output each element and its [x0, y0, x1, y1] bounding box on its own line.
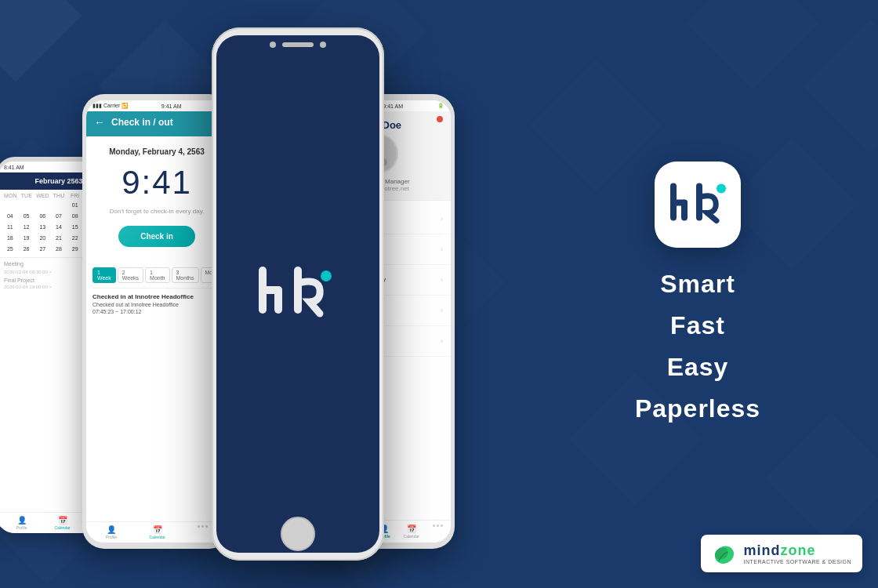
- svg-rect-10: [696, 183, 702, 221]
- checkin-filter-row: 1 Week 2 Weeks 1 Month 3 Months More: [86, 267, 227, 288]
- checkin-reminder: Don't forget to check-in every day.: [96, 208, 218, 215]
- nav-profile[interactable]: 👤 Profile: [106, 525, 117, 539]
- checkin-header-title: Check in / out: [111, 117, 173, 128]
- svg-rect-9: [681, 200, 688, 221]
- phone-notch: [270, 42, 326, 48]
- nav-calendar[interactable]: 📅 Calendar: [149, 525, 165, 539]
- taglines: Smart Fast Easy Paperless: [635, 267, 760, 426]
- app-icon: [655, 162, 741, 248]
- mindzone-name: mindzone: [743, 543, 851, 559]
- checkin-bottom-nav: 👤 Profile 📅 Calendar: [86, 521, 227, 543]
- filter-2weeks[interactable]: 2 Weeks: [118, 267, 143, 283]
- mindzone-subtitle: INTERACTIVE SOFTWARE & DESIGN: [743, 559, 851, 564]
- checkin-button[interactable]: Check in: [118, 226, 195, 247]
- right-side: Smart Fast Easy Paperless: [549, 162, 878, 426]
- history-item-checkin: Checked in at Innotree Headoffice Checke…: [93, 288, 221, 319]
- profile-status-time: 9:41 AM: [383, 103, 403, 109]
- phone-main-screen: [216, 35, 379, 553]
- phones-area: 8:41 AM ▮▯ ≋ 🔋 February 2563 MON TUE WED…: [0, 0, 549, 588]
- filter-1week[interactable]: 1 Week: [93, 267, 116, 283]
- hr-logo: [251, 259, 345, 329]
- phone-main: [212, 27, 384, 561]
- filter-1month[interactable]: 1 Month: [145, 267, 169, 283]
- checkin-back-button[interactable]: ←: [94, 116, 105, 129]
- calendar-status-time: 8:41 AM: [4, 165, 24, 170]
- svg-point-11: [717, 184, 726, 194]
- calendar-month-label: February 2563: [34, 177, 82, 185]
- phone-checkin: ▮▮▮ Carrier 🔁 9:41 AM 🔋 ← Check in / out…: [82, 94, 231, 549]
- notification-badge: [437, 116, 443, 122]
- tagline-easy: Easy: [667, 350, 729, 385]
- checkin-date: Monday, February 4, 2563: [96, 147, 218, 156]
- tagline-paperless: Paperless: [635, 391, 760, 426]
- checkin-status-bar: ▮▮▮ Carrier 🔁 9:41 AM 🔋: [86, 100, 227, 111]
- nav-more[interactable]: [198, 525, 208, 539]
- main-container: 8:41 AM ▮▯ ≋ 🔋 February 2563 MON TUE WED…: [0, 0, 878, 588]
- checkin-clock: 9:41: [96, 164, 218, 201]
- leave-chevron: ›: [441, 276, 443, 284]
- checkin-history: Checked in at Innotree Headoffice Checke…: [86, 288, 227, 319]
- filter-3months[interactable]: 3 Months: [172, 267, 199, 283]
- overtime-chevron: ›: [441, 307, 443, 314]
- phone-camera-2: [320, 42, 326, 48]
- checkin-chevron: ›: [441, 245, 443, 253]
- nav-more-tab[interactable]: [433, 524, 443, 539]
- checkin-carrier: ▮▮▮ Carrier 🔁: [93, 103, 129, 109]
- svg-point-4: [321, 270, 332, 281]
- svg-rect-3: [294, 267, 302, 314]
- hr-app-icon-svg: [666, 173, 729, 236]
- tagline-smart: Smart: [660, 267, 735, 302]
- mindzone-leaf-icon: [712, 541, 737, 566]
- profile-chevron: ›: [441, 337, 443, 345]
- salary-chevron: ›: [441, 215, 443, 223]
- checkin-header: ← Check in / out: [86, 111, 227, 136]
- svg-rect-2: [274, 286, 282, 314]
- phone-speaker: [282, 42, 314, 47]
- nav-calendar-tab[interactable]: 📅 Calendar: [404, 524, 419, 539]
- tagline-fast: Fast: [670, 308, 725, 343]
- splash-screen: [251, 259, 345, 329]
- checkin-body: Monday, February 4, 2563 9:41 Don't forg…: [86, 136, 227, 267]
- phone-home-button[interactable]: [281, 517, 315, 551]
- checkin-time: 9:41 AM: [161, 103, 182, 109]
- phone-camera: [270, 42, 276, 48]
- mindzone-logo: mindzone INTERACTIVE SOFTWARE & DESIGN: [701, 535, 862, 572]
